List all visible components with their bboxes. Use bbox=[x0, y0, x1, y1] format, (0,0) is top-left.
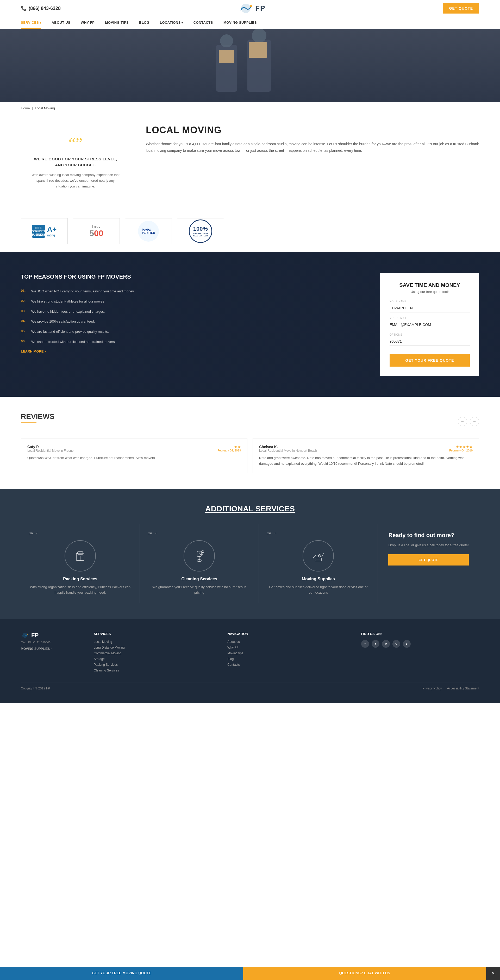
packing-go-back[interactable]: Go ‹ bbox=[29, 531, 35, 535]
services-row: Go ‹ ○ Packing Services With strong orga… bbox=[21, 523, 479, 603]
reviewer-1-name: Caty P. bbox=[27, 445, 73, 449]
social-facebook[interactable]: f bbox=[361, 640, 369, 648]
reviewer-1-text: Quote was WAY off from what was charged.… bbox=[27, 455, 241, 461]
cleaning-indicator: ○ bbox=[155, 531, 157, 535]
reviewer-1-stars: ★★ bbox=[217, 445, 241, 449]
packing-icon bbox=[72, 548, 88, 564]
cleaning-card-desc: We guarantee you'll receive quality serv… bbox=[148, 584, 251, 595]
packing-card-desc: With strong organization skills and effi… bbox=[29, 584, 132, 595]
phone-number[interactable]: 📞 (866) 843-6328 bbox=[21, 5, 61, 11]
email-input[interactable] bbox=[390, 320, 470, 329]
svg-point-3 bbox=[220, 34, 233, 48]
reason-4: 04. We provide 100% satisfaction guarant… bbox=[21, 319, 359, 325]
breadcrumb-current: Local Moving bbox=[35, 106, 55, 110]
packing-card-title: Packing Services bbox=[29, 577, 132, 581]
footer-contacts[interactable]: Contacts bbox=[227, 663, 345, 667]
footer-services-column: SERVICES Local Moving Long Distance Movi… bbox=[94, 632, 212, 675]
quote-box: “” WE'RE GOOD FOR YOUR STRESS LEVEL, AND… bbox=[21, 125, 130, 200]
reviews-title: REVIEWS bbox=[21, 412, 54, 421]
inc500-number: 500 bbox=[89, 229, 103, 238]
nav-moving-tips[interactable]: MOVING TIPS bbox=[105, 17, 129, 29]
review-next-button[interactable]: → bbox=[470, 417, 479, 426]
copyright: Copyright © 2019 FP. bbox=[21, 687, 51, 690]
breadcrumb: Home | Local Moving bbox=[0, 102, 500, 114]
breadcrumb-home[interactable]: Home bbox=[21, 106, 30, 110]
cleaning-go-back[interactable]: Go ‹ bbox=[148, 531, 154, 535]
social-instagram[interactable]: in bbox=[382, 640, 390, 648]
social-youtube[interactable]: y bbox=[392, 640, 400, 648]
privacy-link[interactable]: Privacy Policy bbox=[422, 687, 442, 690]
service-cta-text: Drop us a line, or give us a call today … bbox=[388, 542, 469, 548]
footer-moving-tips[interactable]: Moving tips bbox=[227, 651, 345, 655]
service-title: LOCAL MOVING bbox=[146, 125, 479, 136]
form-submit-button[interactable]: GET YOUR FREE QUOTE bbox=[390, 354, 470, 367]
reason-3: 03. We have no hidden fees or unexplaine… bbox=[21, 309, 359, 315]
reasons-column: TOP REASONS FOR USING FP MOVERS 01. We J… bbox=[21, 273, 359, 353]
name-field-group: YOUR NAME bbox=[390, 300, 470, 312]
supplies-indicator: ○ bbox=[274, 531, 276, 535]
options-input[interactable] bbox=[390, 337, 470, 346]
nav-moving-supplies[interactable]: MOVING SUPPLIES bbox=[223, 17, 257, 29]
form-subtitle: Using our free quote tool! bbox=[390, 290, 470, 294]
nav-blog[interactable]: BLOG bbox=[139, 17, 150, 29]
nav-contacts[interactable]: CONTACTS bbox=[193, 17, 213, 29]
svg-point-19 bbox=[27, 634, 29, 635]
footer-logo-text: FP bbox=[31, 632, 38, 639]
main-nav: SERVICES ABOUT US WHY FP MOVING TIPS BLO… bbox=[0, 17, 500, 29]
badges-row: BBBACCREDITEDBUSINESS A+ rating Inc. 500… bbox=[0, 210, 500, 252]
service-description: LOCAL MOVING Whether "home" for you is a… bbox=[146, 125, 479, 154]
reviewer-2-name: Chelsea K. bbox=[259, 445, 317, 449]
review-prev-button[interactable]: ← bbox=[458, 417, 467, 426]
footer-cleaning[interactable]: Cleaning Services bbox=[94, 668, 212, 672]
logo-text: FP bbox=[255, 4, 266, 13]
footer-services-title: SERVICES bbox=[94, 632, 212, 636]
aplus-rating: A+ bbox=[47, 225, 57, 234]
guarantee-label: SATISFACTIONGUARANTEED bbox=[193, 232, 208, 237]
svg-rect-6 bbox=[219, 50, 234, 63]
name-input[interactable] bbox=[390, 304, 470, 312]
dark-section: TOP REASONS FOR USING FP MOVERS 01. We J… bbox=[0, 252, 500, 397]
footer-logo-column: FP CAL. P.U.C. T 1819845 MOVING SUPPLIES… bbox=[21, 632, 78, 675]
footer-commercial[interactable]: Commercial Moving bbox=[94, 651, 212, 655]
reason-2: 02. We hire strong student-athletes for … bbox=[21, 299, 359, 304]
supplies-card-desc: Get boxes and supplies delivered right t… bbox=[267, 584, 370, 595]
logo[interactable]: FP bbox=[238, 3, 266, 14]
rating-label: rating bbox=[47, 234, 57, 237]
quote-marks: “” bbox=[30, 135, 121, 151]
reason-6: 06. We can be trusted with our licensed … bbox=[21, 339, 359, 345]
social-twitter[interactable]: t bbox=[372, 640, 379, 648]
footer-blog[interactable]: Blog bbox=[227, 657, 345, 661]
review-card-2: Chelsea K. Local Residential Move in New… bbox=[253, 438, 479, 473]
nav-why-fp[interactable]: WHY FP bbox=[81, 17, 94, 29]
footer-long-distance[interactable]: Long Distance Moving bbox=[94, 646, 212, 649]
footer-about[interactable]: About us bbox=[227, 640, 345, 644]
accessibility-link[interactable]: Accessibility Statement bbox=[447, 687, 479, 690]
options-label: OPTIONS bbox=[390, 333, 470, 336]
reviews-underline bbox=[21, 422, 37, 423]
nav-locations[interactable]: LOCATIONS bbox=[160, 17, 183, 29]
additional-services: ADDITIONAL SERVICES Go ‹ ○ Packing Servi… bbox=[0, 489, 500, 619]
packing-service-card: Go ‹ ○ Packing Services With strong orga… bbox=[21, 523, 140, 603]
footer-moving-supplies-link[interactable]: MOVING SUPPLIES › bbox=[21, 647, 78, 651]
header-get-quote-button[interactable]: GET QUOTE bbox=[443, 3, 479, 14]
footer-local-moving[interactable]: Local Moving bbox=[94, 640, 212, 644]
quote-body: With award-winning local moving company … bbox=[30, 172, 121, 189]
nav-services[interactable]: SERVICES bbox=[21, 17, 41, 29]
moving-supplies-card: Go ‹ ○ Moving Supplies Get boxes and sup… bbox=[259, 523, 378, 603]
reviewer-2-location: Local Residential Move in Newport Beach bbox=[259, 449, 317, 452]
nav-about-us[interactable]: ABOUT US bbox=[52, 17, 70, 29]
social-links: f t in y ★ bbox=[361, 640, 479, 648]
footer-packing[interactable]: Packing Services bbox=[94, 663, 212, 667]
footer: FP CAL. P.U.C. T 1819845 MOVING SUPPLIES… bbox=[0, 619, 500, 703]
learn-more-link[interactable]: LEARN MORE › bbox=[21, 349, 359, 353]
footer-storage[interactable]: Storage bbox=[94, 657, 212, 661]
social-yelp[interactable]: ★ bbox=[403, 640, 411, 648]
service-cta-button[interactable]: GET QUOTE bbox=[388, 554, 469, 565]
footer-why-fp[interactable]: Why FP bbox=[227, 646, 345, 649]
bbb-badge: BBBACCREDITEDBUSINESS A+ rating bbox=[21, 218, 68, 244]
services-cta-column: Ready to find out more? Drop us a line, … bbox=[378, 523, 479, 573]
cleaning-service-card: Go ‹ ○ Cleaning Services We guarantee yo… bbox=[140, 523, 259, 603]
svg-rect-17 bbox=[315, 558, 322, 561]
supplies-go-back[interactable]: Go ‹ bbox=[267, 531, 273, 535]
svg-point-1 bbox=[250, 5, 252, 7]
